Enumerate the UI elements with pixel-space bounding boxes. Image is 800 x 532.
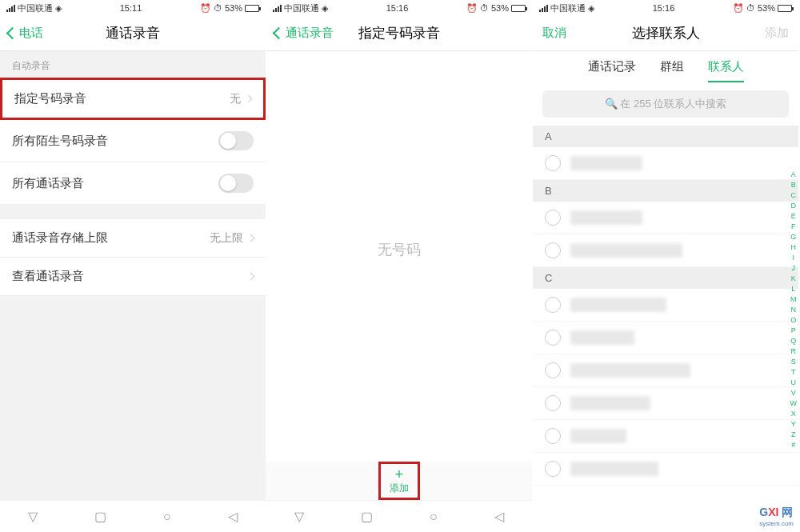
contact-row[interactable] xyxy=(533,202,798,234)
toggle-switch[interactable] xyxy=(218,131,254,150)
contact-row[interactable] xyxy=(533,387,798,420)
status-time: 15:16 xyxy=(653,3,675,13)
page-title: 指定号码录音 xyxy=(358,24,440,42)
alpha-O[interactable]: O xyxy=(790,316,796,324)
radio-icon[interactable] xyxy=(545,242,561,258)
alpha-L[interactable]: L xyxy=(791,285,795,293)
chevron-right-icon xyxy=(247,273,255,281)
menu-icon[interactable]: ▽ xyxy=(294,509,304,524)
alpha-D[interactable]: D xyxy=(791,202,797,210)
alpha-N[interactable]: N xyxy=(791,306,797,314)
radio-icon[interactable] xyxy=(545,395,561,411)
battery-icon xyxy=(511,5,526,12)
chevron-right-icon xyxy=(247,234,255,242)
item-all-calls[interactable]: 所有通话录音 xyxy=(0,162,266,205)
clock-icon: ⏱ xyxy=(214,3,222,13)
add-button[interactable]: + 添加 xyxy=(266,462,532,500)
alarm-icon: ⏰ xyxy=(466,3,478,14)
home-icon[interactable]: ○ xyxy=(163,510,171,524)
cancel-button[interactable]: 取消 xyxy=(542,26,566,41)
menu-icon[interactable]: ▽ xyxy=(28,509,38,524)
item-view-recordings[interactable]: 查看通话录音 xyxy=(0,258,266,296)
back-button[interactable]: 通话录音 xyxy=(274,26,334,41)
status-time: 15:11 xyxy=(120,3,142,13)
battery-percent: 53% xyxy=(225,3,242,13)
radio-icon[interactable] xyxy=(545,155,561,171)
contact-row[interactable] xyxy=(533,354,798,387)
contact-name-blurred xyxy=(570,298,666,312)
alpha-M[interactable]: M xyxy=(790,295,797,303)
alpha-V[interactable]: V xyxy=(791,389,796,397)
alpha-K[interactable]: K xyxy=(791,274,796,282)
contact-row[interactable] xyxy=(533,453,798,486)
radio-icon[interactable] xyxy=(545,461,561,477)
content-area: 🔍 在 255 位联系人中搜索 A B C xyxy=(533,82,798,532)
toggle-switch[interactable] xyxy=(218,174,254,193)
tab-contacts[interactable]: 联系人 xyxy=(708,59,744,82)
home-icon[interactable]: ○ xyxy=(430,510,438,524)
alpha-Z[interactable]: Z xyxy=(791,430,796,438)
contact-row[interactable] xyxy=(533,147,798,180)
item-storage-limit[interactable]: 通话录音存储上限 无上限 xyxy=(0,219,266,258)
alpha-index[interactable]: ABCDEFGHIJKLMNOPQRSTUVWXYZ# xyxy=(790,170,798,449)
alpha-#[interactable]: # xyxy=(791,441,795,449)
search-input[interactable]: 🔍 在 255 位联系人中搜索 xyxy=(542,90,789,118)
screen-select-contact: 中国联通 ◈ 15:16 ⏰ ⏱ 53% 取消 选择联系人 添加 通话记录 群组… xyxy=(533,0,799,532)
alpha-T[interactable]: T xyxy=(791,368,796,376)
back-icon[interactable]: ◁ xyxy=(494,509,504,524)
alpha-P[interactable]: P xyxy=(791,326,796,334)
contact-row[interactable] xyxy=(533,322,798,354)
signal-icon xyxy=(273,5,282,12)
empty-state-text: 无号码 xyxy=(266,240,532,259)
alpha-B[interactable]: B xyxy=(791,181,796,189)
alpha-I[interactable]: I xyxy=(792,254,794,262)
alpha-A[interactable]: A xyxy=(791,170,796,178)
tab-groups[interactable]: 群组 xyxy=(660,59,684,82)
add-button-disabled[interactable]: 添加 xyxy=(765,26,789,41)
item-label: 查看通话录音 xyxy=(12,269,84,284)
alpha-X[interactable]: X xyxy=(791,410,796,418)
watermark: GXI 网 system.com xyxy=(759,506,794,527)
alpha-Q[interactable]: Q xyxy=(790,337,796,345)
contact-name-blurred xyxy=(570,462,658,476)
alpha-F[interactable]: F xyxy=(791,222,796,230)
contact-name-blurred xyxy=(570,396,650,410)
radio-icon[interactable] xyxy=(545,210,561,226)
alpha-U[interactable]: U xyxy=(791,378,797,386)
recent-icon[interactable]: ▢ xyxy=(361,509,373,524)
section-b: B xyxy=(533,180,798,202)
section-header-auto: 自动录音 xyxy=(0,51,266,78)
wifi-icon: ◈ xyxy=(322,3,328,14)
alpha-Y[interactable]: Y xyxy=(791,420,796,428)
item-specific-number[interactable]: 指定号码录音 无 xyxy=(0,78,266,120)
signal-icon xyxy=(539,5,548,12)
radio-icon[interactable] xyxy=(545,428,561,444)
recent-icon[interactable]: ▢ xyxy=(94,509,106,524)
contact-row[interactable] xyxy=(533,289,798,322)
contact-row[interactable] xyxy=(533,234,798,267)
item-unknown-numbers[interactable]: 所有陌生号码录音 xyxy=(0,120,266,162)
alpha-S[interactable]: S xyxy=(791,358,796,366)
item-label: 指定号码录音 xyxy=(14,91,86,106)
alpha-C[interactable]: C xyxy=(791,191,797,199)
tab-call-log[interactable]: 通话记录 xyxy=(588,59,636,82)
search-icon: 🔍 xyxy=(605,98,618,110)
search-placeholder: 在 255 位联系人中搜索 xyxy=(620,98,726,110)
alpha-G[interactable]: G xyxy=(790,233,796,241)
alpha-E[interactable]: E xyxy=(791,212,796,220)
radio-icon[interactable] xyxy=(545,297,561,313)
alpha-W[interactable]: W xyxy=(790,399,798,407)
contact-row[interactable] xyxy=(533,420,798,453)
radio-icon[interactable] xyxy=(545,330,561,346)
back-icon[interactable]: ◁ xyxy=(228,509,238,524)
tab-bar: 通话记录 群组 联系人 xyxy=(533,51,798,82)
radio-icon[interactable] xyxy=(545,362,561,378)
signal-icon xyxy=(6,5,15,12)
plus-icon: + xyxy=(395,467,404,482)
alpha-H[interactable]: H xyxy=(791,243,797,251)
back-button[interactable]: 电话 xyxy=(8,26,43,41)
item-label: 所有陌生号码录音 xyxy=(12,134,108,149)
alpha-R[interactable]: R xyxy=(791,347,797,355)
status-bar: 中国联通 ◈ 15:16 ⏰ ⏱ 53% xyxy=(533,0,798,16)
alpha-J[interactable]: J xyxy=(792,264,796,272)
